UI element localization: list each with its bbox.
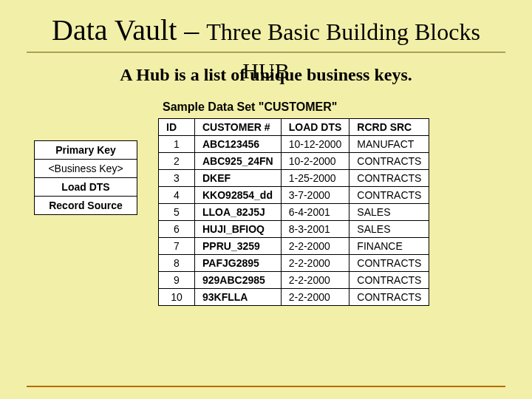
data-table-body: 1ABC12345610-12-2000MANUFACT 2ABC925_24F… xyxy=(159,136,429,306)
cell-customer: DKEF xyxy=(195,170,282,187)
cell-id: 8 xyxy=(159,255,195,272)
cell-rcrd-src: SALES xyxy=(349,204,429,221)
slide-title: Data Vault – Three Basic Building Blocks xyxy=(27,13,505,47)
legend-box: Primary Key <Business Key> Load DTS Reco… xyxy=(34,140,137,215)
cell-id: 4 xyxy=(159,187,195,204)
table-row: 7PPRU_32592-2-2000FINANCE xyxy=(159,238,429,255)
cell-id: 10 xyxy=(159,289,195,306)
cell-load-dts: 8-3-2001 xyxy=(281,221,349,238)
cell-load-dts: 2-2-2000 xyxy=(281,272,349,289)
cell-load-dts: 10-2-2000 xyxy=(281,153,349,170)
data-title: Sample Data Set "CUSTOMER" xyxy=(163,100,505,114)
table-row: 1ABC12345610-12-2000MANUFACT xyxy=(159,136,429,153)
col-rcrd-src: RCRD SRC xyxy=(349,119,429,136)
cell-id: 9 xyxy=(159,272,195,289)
cell-rcrd-src: CONTRACTS xyxy=(349,187,429,204)
hub-description: A Hub is a list of unique business keys. xyxy=(120,65,412,85)
table-row: 5LLOA_82J5J6-4-2001SALES xyxy=(159,204,429,221)
cell-id: 6 xyxy=(159,221,195,238)
cell-customer: PPRU_3259 xyxy=(195,238,282,255)
title-part2: Three Basic Building Blocks xyxy=(206,18,480,45)
table-row: 2ABC925_24FN10-2-2000CONTRACTS xyxy=(159,153,429,170)
cell-load-dts: 2-2-2000 xyxy=(281,238,349,255)
cell-load-dts: 3-7-2000 xyxy=(281,187,349,204)
col-customer: CUSTOMER # xyxy=(195,119,282,136)
cell-customer: PAFJG2895 xyxy=(195,255,282,272)
table-row: 8PAFJG28952-2-2000CONTRACTS xyxy=(159,255,429,272)
legend-row-business-key: <Business Key> xyxy=(35,160,137,178)
title-dash: – xyxy=(177,13,206,47)
cell-load-dts: 2-2-2000 xyxy=(281,255,349,272)
cell-id: 2 xyxy=(159,153,195,170)
data-block: Sample Data Set "CUSTOMER" ID CUSTOMER #… xyxy=(158,100,505,306)
table-row: 4KKO92854_dd3-7-2000CONTRACTS xyxy=(159,187,429,204)
title-part1: Data Vault xyxy=(52,13,177,47)
data-table: ID CUSTOMER # LOAD DTS RCRD SRC 1ABC1234… xyxy=(158,118,429,306)
slide: Data Vault – Three Basic Building Blocks… xyxy=(0,0,532,399)
cell-load-dts: 10-12-2000 xyxy=(281,136,349,153)
title-divider xyxy=(27,52,505,53)
cell-id: 7 xyxy=(159,238,195,255)
cell-rcrd-src: CONTRACTS xyxy=(349,272,429,289)
col-load-dts: LOAD DTS xyxy=(281,119,349,136)
table-header-row: ID CUSTOMER # LOAD DTS RCRD SRC xyxy=(159,119,429,136)
legend-row-load-dts: Load DTS xyxy=(35,178,137,197)
footer-divider xyxy=(27,386,505,387)
cell-rcrd-src: CONTRACTS xyxy=(349,153,429,170)
content-area: Primary Key <Business Key> Load DTS Reco… xyxy=(27,100,505,306)
cell-load-dts: 6-4-2001 xyxy=(281,204,349,221)
cell-rcrd-src: MANUFACT xyxy=(349,136,429,153)
legend-row-primary-key: Primary Key xyxy=(35,141,137,160)
cell-load-dts: 2-2-2000 xyxy=(281,289,349,306)
cell-customer: ABC123456 xyxy=(195,136,282,153)
cell-rcrd-src: CONTRACTS xyxy=(349,170,429,187)
cell-id: 3 xyxy=(159,170,195,187)
table-row: 9929ABC29852-2-2000CONTRACTS xyxy=(159,272,429,289)
cell-customer: ABC925_24FN xyxy=(195,153,282,170)
cell-customer: LLOA_82J5J xyxy=(195,204,282,221)
cell-rcrd-src: SALES xyxy=(349,221,429,238)
subtitle: HUB A Hub is a list of unique business k… xyxy=(27,61,505,87)
cell-id: 1 xyxy=(159,136,195,153)
cell-rcrd-src: CONTRACTS xyxy=(349,255,429,272)
table-row: 3DKEF1-25-2000CONTRACTS xyxy=(159,170,429,187)
cell-customer: KKO92854_dd xyxy=(195,187,282,204)
cell-rcrd-src: CONTRACTS xyxy=(349,289,429,306)
cell-customer: HUJI_BFIOQ xyxy=(195,221,282,238)
col-id: ID xyxy=(159,119,195,136)
cell-customer: 929ABC2985 xyxy=(195,272,282,289)
cell-id: 5 xyxy=(159,204,195,221)
cell-load-dts: 1-25-2000 xyxy=(281,170,349,187)
table-row: 1093KFLLA2-2-2000CONTRACTS xyxy=(159,289,429,306)
cell-rcrd-src: FINANCE xyxy=(349,238,429,255)
legend-table: Primary Key <Business Key> Load DTS Reco… xyxy=(34,140,137,215)
legend-row-record-source: Record Source xyxy=(35,197,137,215)
table-row: 6HUJI_BFIOQ8-3-2001SALES xyxy=(159,221,429,238)
cell-customer: 93KFLLA xyxy=(195,289,282,306)
